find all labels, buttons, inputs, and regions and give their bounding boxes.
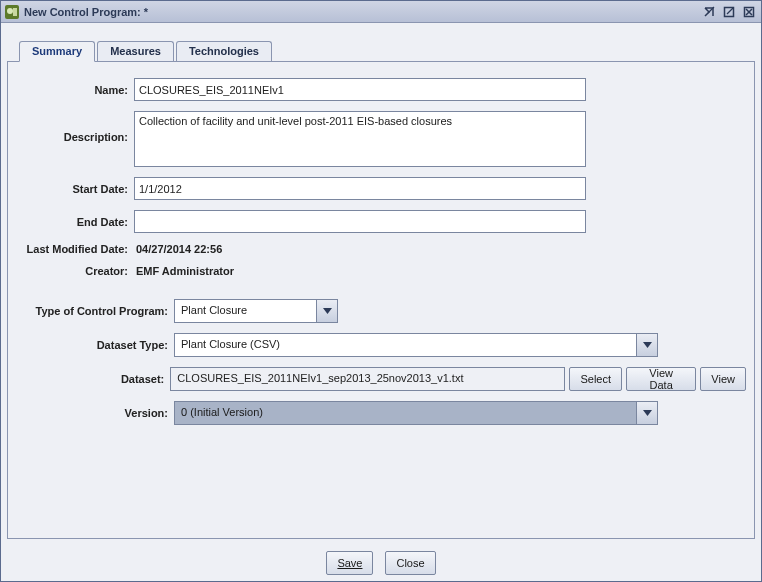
type-label: Type of Control Program: — [16, 305, 174, 317]
last-mod-label: Last Modified Date: — [16, 243, 134, 255]
type-dropdown-button[interactable] — [316, 300, 337, 322]
description-label: Description: — [16, 111, 134, 143]
type-value: Plant Closure — [175, 300, 316, 322]
row-start-date: Start Date: — [16, 177, 746, 200]
row-description: Description: Collection of facility and … — [16, 111, 746, 167]
version-combobox[interactable]: 0 (Initial Version) — [174, 401, 658, 425]
row-end-date: End Date: — [16, 210, 746, 233]
titlebar: New Control Program: * — [1, 1, 761, 23]
footer: Save Close — [7, 539, 755, 575]
name-input[interactable] — [134, 78, 586, 101]
close-icon[interactable] — [740, 4, 758, 20]
creator-value: EMF Administrator — [134, 265, 234, 277]
minimize-all-icon[interactable] — [700, 4, 718, 20]
maximize-icon[interactable] — [720, 4, 738, 20]
creator-label: Creator: — [16, 265, 134, 277]
dataset-type-combobox[interactable]: Plant Closure (CSV) — [174, 333, 658, 357]
row-type: Type of Control Program: Plant Closure — [16, 299, 746, 323]
dataset-type-value: Plant Closure (CSV) — [175, 334, 636, 356]
last-mod-value: 04/27/2014 22:56 — [134, 243, 222, 255]
window-title: New Control Program: * — [24, 6, 698, 18]
dataset-value: CLOSURES_EIS_2011NEIv1_sep2013_25nov2013… — [170, 367, 565, 391]
view-button[interactable]: View — [700, 367, 746, 391]
row-dataset: Dataset: CLOSURES_EIS_2011NEIv1_sep2013_… — [16, 367, 746, 391]
row-dataset-type: Dataset Type: Plant Closure (CSV) — [16, 333, 746, 357]
save-button-label: Save — [337, 557, 362, 569]
end-date-input[interactable] — [134, 210, 586, 233]
row-version: Version: 0 (Initial Version) — [16, 401, 746, 425]
dataset-type-label: Dataset Type: — [16, 339, 174, 351]
window-body: Summary Measures Technologies Name: Desc… — [1, 23, 761, 581]
end-date-label: End Date: — [16, 216, 134, 228]
type-combobox[interactable]: Plant Closure — [174, 299, 338, 323]
tab-measures[interactable]: Measures — [97, 41, 174, 61]
version-dropdown-button[interactable] — [636, 402, 657, 424]
dataset-type-dropdown-button[interactable] — [636, 334, 657, 356]
dataset-control-group: CLOSURES_EIS_2011NEIv1_sep2013_25nov2013… — [170, 367, 746, 391]
tab-content: Name: Description: Collection of facilit… — [7, 61, 755, 539]
start-date-input[interactable] — [134, 177, 586, 200]
tab-technologies[interactable]: Technologies — [176, 41, 272, 61]
app-icon — [4, 4, 20, 20]
description-textarea[interactable]: Collection of facility and unit-level po… — [134, 111, 586, 167]
select-button[interactable]: Select — [569, 367, 622, 391]
svg-point-1 — [7, 8, 13, 14]
close-button[interactable]: Close — [385, 551, 435, 575]
version-label: Version: — [16, 407, 174, 419]
start-date-label: Start Date: — [16, 183, 134, 195]
row-name: Name: — [16, 78, 746, 101]
save-button[interactable]: Save — [326, 551, 373, 575]
control-program-window: New Control Program: * Summary Measures … — [0, 0, 762, 582]
view-data-button[interactable]: View Data — [626, 367, 696, 391]
dataset-label: Dataset: — [16, 373, 170, 385]
version-value: 0 (Initial Version) — [175, 402, 636, 424]
row-last-modified: Last Modified Date: 04/27/2014 22:56 — [16, 243, 746, 255]
svg-rect-2 — [13, 8, 17, 16]
row-creator: Creator: EMF Administrator — [16, 265, 746, 277]
tab-summary[interactable]: Summary — [19, 41, 95, 62]
tabbar: Summary Measures Technologies — [19, 41, 755, 61]
name-label: Name: — [16, 84, 134, 96]
